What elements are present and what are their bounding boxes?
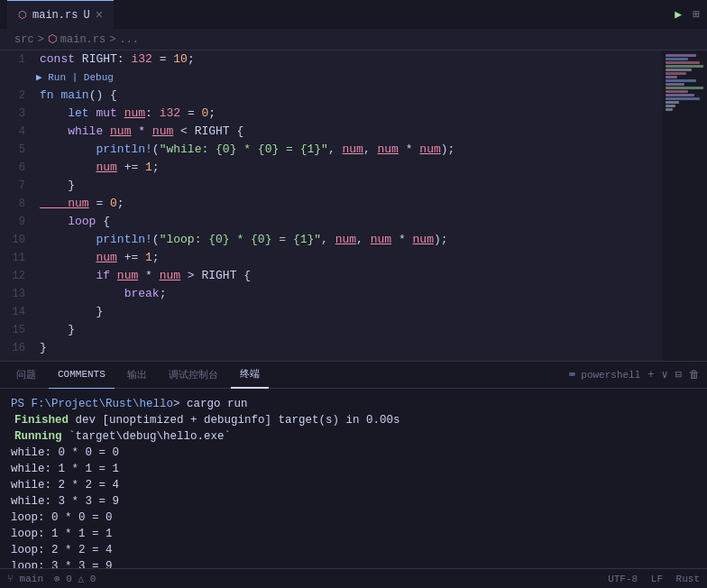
minimap-line [666, 83, 684, 86]
tab-debug-console[interactable]: 调试控制台 [160, 362, 227, 389]
run-button[interactable]: ▶ [675, 7, 682, 22]
code-text-14: } [36, 303, 707, 321]
terminal-output-while1: while: 1 * 1 = 1 [11, 461, 696, 477]
line-number-11: 11 [0, 249, 36, 267]
line-number-12: 12 [0, 267, 36, 285]
tab-close-button[interactable]: × [96, 8, 103, 23]
tab-terminal[interactable]: 终端 [231, 362, 269, 389]
tab-comments[interactable]: COMMENTS [49, 362, 115, 389]
line-number-3: 3 [0, 105, 36, 123]
status-encoding: UTF-8 [608, 574, 638, 584]
code-line-10: 10 println!("loop: {0} * {0} = {1}", num… [0, 231, 707, 249]
terminal-output-while3: while: 3 * 3 = 9 [11, 493, 696, 510]
panel-tabs: 问题 COMMENTS 输出 调试控制台 终端 ⌨ powershell + ∨… [0, 362, 707, 389]
minimap[interactable] [662, 51, 707, 361]
code-editor: 1 const RIGHT: i32 = 10; ▶ Run | Debug 2… [0, 51, 707, 361]
term-finished-rest: dev [unoptimized + debuginfo] target(s) … [69, 414, 400, 427]
code-line-2: 2 fn main() { [0, 87, 707, 105]
rust-file-icon: ⬡ [18, 9, 27, 21]
status-right: UTF-8 LF Rust [608, 574, 700, 584]
minimap-line [666, 61, 700, 64]
breadcrumb-rust-icon: ⬡ [48, 32, 57, 46]
powershell-label: ⌨ powershell [569, 369, 640, 381]
code-line-6: 6 num += 1; [0, 159, 707, 177]
split-button[interactable]: ⊞ [693, 7, 700, 22]
minimap-line [666, 72, 686, 75]
status-bar: ⑂ main ⊗ 0 △ 0 UTF-8 LF Rust [0, 568, 707, 588]
terminal-body[interactable]: PS F:\Project\Rust\hello> cargo run Fini… [0, 389, 707, 568]
minimap-line [666, 79, 696, 82]
code-text-9: loop { [36, 213, 707, 231]
term-running: Running [14, 430, 62, 443]
status-lang: Rust [676, 574, 700, 584]
line-number-2: 2 [0, 87, 36, 105]
tab-filename: main.rs [32, 9, 78, 22]
line-number-8: 8 [0, 195, 36, 213]
status-git: ⑂ main [7, 574, 43, 584]
line-number-4: 4 [0, 123, 36, 141]
panel-chevron-button[interactable]: ∨ [662, 368, 668, 381]
terminal-line-finished: Finished dev [unoptimized + debuginfo] t… [11, 412, 696, 428]
term-prompt-1: > [173, 398, 187, 410]
code-text-11: num += 1; [36, 249, 707, 267]
code-text-4: while num * num < RIGHT { [36, 123, 707, 141]
minimap-line [666, 94, 694, 96]
code-line-1: 1 const RIGHT: i32 = 10; [0, 51, 707, 69]
run-debug-link[interactable]: ▶ Run | Debug [36, 69, 114, 87]
breadcrumb-sep2: > [109, 33, 115, 46]
line-number-15: 15 [0, 321, 36, 339]
line-number-7: 7 [0, 177, 36, 195]
panel-close-button[interactable]: 🗑 [689, 368, 700, 381]
breadcrumb-src: src [14, 33, 34, 46]
terminal-line-running: Running `target\debug\hello.exe` [11, 428, 696, 445]
term-finished: Finished [14, 414, 69, 427]
minimap-line [666, 69, 692, 71]
minimap-line [666, 108, 673, 111]
line-number-10: 10 [0, 231, 36, 249]
minimap-line [666, 101, 679, 104]
panel-actions: ⌨ powershell + ∨ ⊟ 🗑 [569, 368, 700, 381]
status-eol: LF [651, 574, 663, 584]
code-text-7: } [36, 177, 707, 195]
code-line-4: 4 while num * num < RIGHT { [0, 123, 707, 141]
panel-add-button[interactable]: + [647, 369, 654, 381]
code-line-9: 9 loop { [0, 213, 707, 231]
code-line-15: 15 } [0, 321, 707, 339]
line-number-1: 1 [0, 51, 36, 69]
code-line-16: 16 } [0, 339, 707, 357]
code-text-2: fn main() { [36, 87, 707, 105]
code-line-12: 12 if num * num > RIGHT { [0, 267, 707, 285]
terminal-output-while2: while: 2 * 2 = 4 [11, 477, 696, 493]
line-number-14: 14 [0, 303, 36, 321]
line-number-13: 13 [0, 285, 36, 303]
minimap-line [666, 76, 677, 78]
breadcrumb: src > ⬡ main.rs > ... [0, 29, 707, 51]
tab-problems[interactable]: 问题 [7, 362, 45, 389]
terminal-output-while0: while: 0 * 0 = 0 [11, 445, 696, 461]
minimap-line [666, 65, 703, 68]
code-line-8: 8 num = 0; [0, 195, 707, 213]
minimap-line [666, 97, 700, 100]
minimap-line [666, 105, 675, 107]
breadcrumb-more: ... [119, 33, 139, 46]
tab-output[interactable]: 输出 [118, 362, 156, 389]
line-number-6: 6 [0, 159, 36, 177]
terminal-line-prompt: PS F:\Project\Rust\hello> cargo run [11, 396, 696, 412]
title-bar: ⬡ main.rs U × ▶ ⊞ [0, 0, 707, 29]
code-scroll[interactable]: 1 const RIGHT: i32 = 10; ▶ Run | Debug 2… [0, 51, 707, 361]
code-line-3: 3 let mut num: i32 = 0; [0, 105, 707, 123]
code-line-7: 7 } [0, 177, 707, 195]
term-cmd: cargo run [187, 398, 248, 410]
editor-tab[interactable]: ⬡ main.rs U × [7, 0, 114, 29]
code-text-15: } [36, 321, 707, 339]
term-path-1: PS F:\Project\Rust\hello [11, 398, 173, 410]
code-text-16: } [36, 339, 707, 357]
terminal-output-loop0: loop: 0 * 0 = 0 [11, 510, 696, 526]
terminal-output-loop3: loop: 3 * 3 = 9 [11, 558, 696, 568]
status-errors: ⊗ 0 △ 0 [54, 573, 96, 584]
line-number-5: 5 [0, 141, 36, 159]
breadcrumb-sep1: > [38, 33, 44, 46]
panel-split-button[interactable]: ⊟ [675, 368, 682, 381]
code-text-10: println!("loop: {0} * {0} = {1}", num, n… [36, 231, 707, 249]
code-text-12: if num * num > RIGHT { [36, 267, 707, 285]
